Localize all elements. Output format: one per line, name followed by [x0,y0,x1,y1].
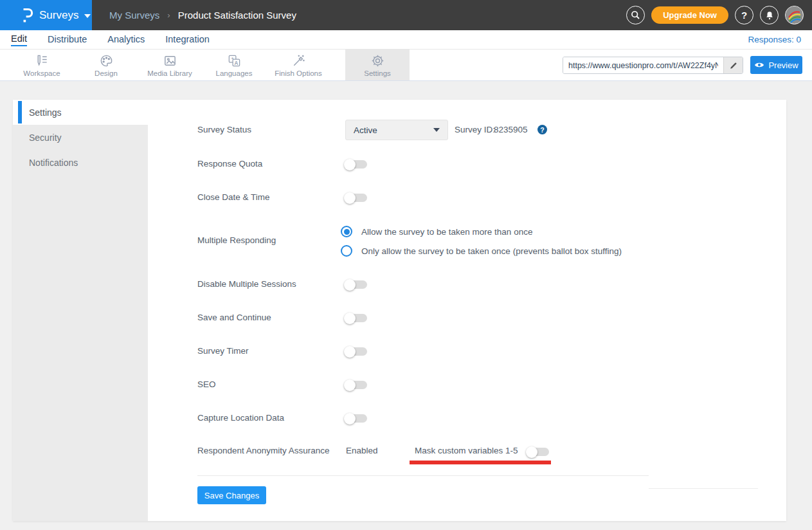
capture-location-data-toggle[interactable] [345,414,367,423]
save-changes-button[interactable]: Save Changes [197,486,266,504]
survey-title: Product Satisfaction Survey [178,10,296,21]
anonymity-label: Respondent Anonymity Assurance [197,446,330,455]
toggle-knob [344,346,356,358]
bell-icon [764,10,775,21]
toggle-knob [344,313,356,324]
edit-url-button[interactable] [723,57,743,73]
search-button[interactable] [626,6,645,24]
top-header: Surveys My Surveys › Product Satisfactio… [0,0,812,30]
survey-status-label: Survey Status [197,125,251,134]
setting-row-close-date-time: Close Date & Time [197,191,583,204]
toggle-knob [344,413,356,425]
form-divider [197,475,649,476]
setting-row-survey-timer: Survey Timer [197,345,583,358]
setting-label: Response Quota [197,159,262,169]
search-icon [630,10,641,21]
setting-label: Survey Timer [197,346,249,356]
radio-option-label: Only allow the survey to be taken once (… [361,246,622,256]
survey-tab-nav: Edit Distribute Analytics Integration Re… [0,30,812,50]
notifications-button[interactable] [760,6,779,24]
toolbar-label: Settings [364,69,391,77]
seo-toggle[interactable] [345,381,367,389]
anonymity-status: Enabled [346,446,378,455]
svg-text:A: A [234,60,238,66]
setting-row-seo: SEO [197,378,583,391]
settings-sidebar: Settings Security Notifications [13,100,148,521]
survey-url-input[interactable] [563,57,723,73]
toggle-knob [526,446,537,458]
toolbar-label: Finish Options [275,69,322,77]
chevron-down-icon [84,14,91,18]
survey-url-field [563,57,743,74]
radio-option-only-once[interactable]: Only allow the survey to be taken once (… [341,245,622,257]
survey-status-dropdown[interactable]: Active [345,120,448,140]
responses-count: Responses: 0 [748,30,801,48]
save-and-continue-toggle[interactable] [345,314,367,322]
sidebar-item-label: Notifications [29,158,78,168]
product-switcher[interactable]: Surveys [0,0,92,30]
sidebar-item-security[interactable]: Security [13,125,148,150]
response-quota-toggle[interactable] [345,160,367,169]
breadcrumb-separator-icon: › [167,10,170,20]
tab-analytics[interactable]: Analytics [107,34,145,46]
disable-multiple-sessions-toggle[interactable] [345,280,367,289]
toolbar-item-languages[interactable]: * A Languages [202,50,266,80]
radio-button-selected-icon[interactable] [341,226,352,237]
close-date-time-toggle[interactable] [345,194,367,202]
tab-distribute[interactable]: Distribute [48,34,87,46]
survey-timer-toggle[interactable] [345,347,367,356]
questionpro-settings-screen: Surveys My Surveys › Product Satisfactio… [0,0,812,530]
upgrade-now-button[interactable]: Upgrade Now [651,6,728,24]
question-mark-icon: ? [741,10,747,21]
toggle-knob [344,279,356,291]
setting-label: Capture Location Data [197,413,284,423]
header-actions: Upgrade Now ? [626,6,804,24]
radio-option-allow-multiple[interactable]: Allow the survey to be taken more than o… [341,226,532,237]
finish-options-icon [291,53,306,68]
design-icon [99,53,114,68]
survey-id-label: Survey ID: [455,125,495,134]
workspace-icon [35,53,50,68]
media-library-icon [163,53,177,68]
tab-integration[interactable]: Integration [165,34,210,46]
setting-label: Disable Multiple Sessions [197,279,296,289]
questionpro-logo-icon [21,7,33,24]
settings-panel: Settings Security Notifications Survey S… [13,100,786,521]
survey-id-help-button[interactable]: ? [537,125,547,134]
setting-row-save-and-continue: Save and Continue [197,311,583,324]
breadcrumb-my-surveys[interactable]: My Surveys [109,10,159,21]
help-button[interactable]: ? [735,6,753,24]
toggle-knob [344,159,356,170]
toolbar-item-settings[interactable]: Settings [345,50,410,80]
toolbar-item-media-library[interactable]: Media Library [138,50,202,80]
preview-label: Preview [768,60,798,70]
breadcrumb: My Surveys › Product Satisfaction Survey [109,0,296,30]
setting-row-capture-location-data: Capture Location Data [197,412,583,425]
product-name: Surveys [39,9,78,22]
sidebar-item-notifications[interactable]: Notifications [13,150,148,175]
setting-label: Save and Continue [197,313,271,322]
toggle-knob [344,379,356,391]
mask-custom-variables-toggle[interactable] [527,448,549,456]
preview-button[interactable]: Preview [750,56,802,74]
settings-gear-icon [370,53,385,68]
mask-custom-variables-label: Mask custom variables 1-5 [415,446,518,455]
toolbar-item-finish-options[interactable]: Finish Options [266,50,330,80]
toolbar-label: Languages [216,69,253,77]
radio-button-icon[interactable] [341,245,352,257]
active-indicator-bar [18,101,22,123]
tab-edit[interactable]: Edit [11,33,27,46]
user-avatar[interactable] [785,6,804,24]
edit-toolbar: Workspace Design Media Library [0,50,812,81]
chevron-down-icon [433,128,440,132]
sidebar-item-settings[interactable]: Settings [13,100,148,125]
toolbar-label: Workspace [23,69,60,77]
toolbar-item-workspace[interactable]: Workspace [10,50,74,80]
survey-id-value: 8235905 [494,125,528,134]
toolbar-item-design[interactable]: Design [74,50,138,80]
pencil-icon [729,61,738,70]
right-divider [649,488,758,489]
red-highlight-underline [410,461,551,464]
toolbar-label: Design [95,69,118,77]
eye-icon [754,61,764,69]
